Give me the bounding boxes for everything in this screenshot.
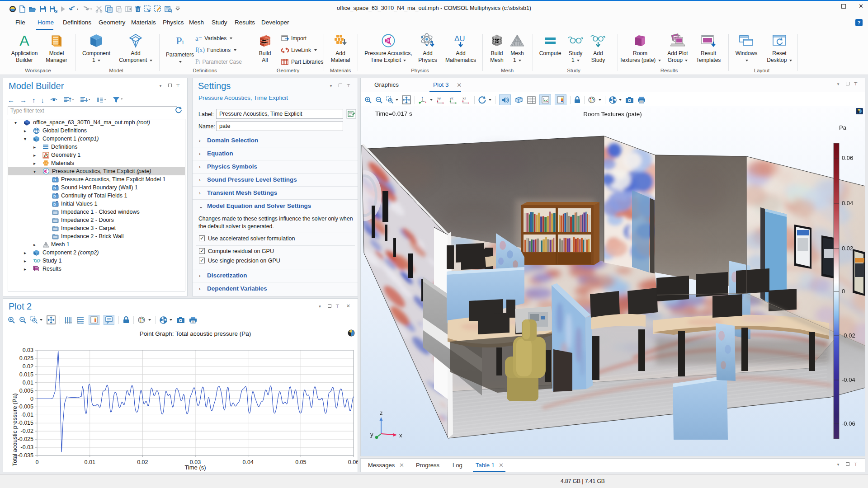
svg-text:D: D <box>53 202 56 206</box>
svg-text:-0.015: -0.015 <box>18 420 33 426</box>
svg-text:-0.02: -0.02 <box>21 428 34 434</box>
svg-text:-0.005: -0.005 <box>18 404 33 410</box>
svg-text:xz: xz <box>462 96 466 100</box>
svg-text:0.025: 0.025 <box>19 355 33 361</box>
svg-text:0.04: 0.04 <box>243 459 254 465</box>
svg-text:Total acoustic pressure (Pa): Total acoustic pressure (Pa) <box>11 393 18 466</box>
svg-text:Time (s): Time (s) <box>184 464 206 471</box>
svg-text:ΔU: ΔU <box>454 34 465 43</box>
svg-text:D: D <box>53 194 56 198</box>
svg-text:Pa: Pa <box>839 124 847 131</box>
svg-text:D: D <box>53 178 56 182</box>
svg-text:Time=0.017 s: Time=0.017 s <box>375 110 412 117</box>
svg-text:-0.025: -0.025 <box>18 436 33 442</box>
svg-text:-0.06: -0.06 <box>842 420 855 427</box>
svg-text:-0.02: -0.02 <box>842 332 855 339</box>
svg-text:x: x <box>399 432 402 439</box>
svg-text:0.02: 0.02 <box>23 363 33 370</box>
svg-text:0.005: 0.005 <box>19 388 33 394</box>
svg-text:0.01: 0.01 <box>23 380 33 386</box>
svg-text:0: 0 <box>842 288 845 295</box>
svg-text:0.04: 0.04 <box>842 200 853 206</box>
svg-text:-0.04: -0.04 <box>842 376 855 383</box>
svg-text:0.05: 0.05 <box>295 459 306 465</box>
svg-text:xy: xy <box>437 96 441 100</box>
svg-text:0: 0 <box>36 459 39 465</box>
svg-text:0.02: 0.02 <box>137 459 148 465</box>
svg-text:0.01: 0.01 <box>85 459 95 465</box>
svg-text:0: 0 <box>30 396 33 402</box>
svg-text:yz: yz <box>450 96 453 100</box>
svg-text:Point Graph: Total acoustic pr: Point Graph: Total acoustic pressure (Pa… <box>140 330 251 337</box>
svg-text:Room Textures (pate): Room Textures (pate) <box>583 111 642 117</box>
svg-text:0.015: 0.015 <box>19 371 33 378</box>
svg-text:D: D <box>53 186 56 190</box>
svg-text:-0.01: -0.01 <box>21 412 34 418</box>
svg-text:0.03: 0.03 <box>23 347 33 353</box>
svg-text:0.06: 0.06 <box>842 155 853 161</box>
svg-text:0.06: 0.06 <box>348 459 358 465</box>
svg-text:-0.03: -0.03 <box>21 444 34 450</box>
svg-text:y: y <box>370 431 373 438</box>
svg-text:0.02: 0.02 <box>842 245 853 252</box>
svg-text:z: z <box>380 409 383 416</box>
svg-text:-0.035: -0.035 <box>18 452 33 459</box>
